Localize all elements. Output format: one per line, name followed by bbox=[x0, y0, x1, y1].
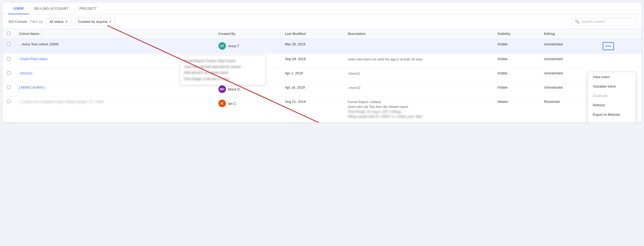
description-cell: Users who have not used the app in at le… bbox=[343, 54, 493, 68]
visibility-cell: Visible bbox=[493, 54, 540, 68]
actions-cell: ••• bbox=[598, 39, 641, 54]
last-modified-cell: Sep 29, 2019 bbox=[281, 54, 343, 68]
description-header: Description bbox=[343, 29, 493, 39]
editing-cell: Unrestricted bbox=[540, 54, 598, 68]
row-checkbox[interactable] bbox=[7, 42, 10, 46]
visibility-cell: Visible bbox=[493, 82, 540, 96]
status-filter-dropdown[interactable]: All status ▼ bbox=[46, 18, 71, 26]
main-container: USER BILLING ACCOUNT PROJECT 263 Cohorts… bbox=[3, 3, 641, 122]
visibility-header: Visibility bbox=[493, 29, 540, 39]
table-row: [ NEW CHURN ] MD Mack D Apr 16, 2019.chu… bbox=[3, 82, 641, 96]
description-popup: Funnel Report: Funnel. Step Funnel. User… bbox=[180, 55, 266, 85]
cohort-name-cell: [...] Users who completed step 2 (liming… bbox=[15, 96, 214, 122]
creator-cell: AT Anna T bbox=[214, 39, 281, 54]
tab-user[interactable]: USER bbox=[8, 3, 29, 14]
avatar: MD bbox=[218, 85, 226, 93]
created-by-header: Created By bbox=[214, 29, 281, 39]
table-header-row: Cohort Name ↕ Created By Last Modified D… bbox=[3, 29, 641, 39]
table-row: ...Anna Test cohort 10000 AT Anna T Mar … bbox=[3, 39, 641, 54]
editing-cell: Unrestricted bbox=[540, 39, 598, 54]
last-modified-cell: Apr 16, 2019 bbox=[281, 82, 343, 96]
select-all-checkbox[interactable] bbox=[7, 32, 10, 35]
context-menu-duplicate: Duplicate bbox=[588, 91, 636, 100]
tabs-bar: USER BILLING ACCOUNT PROJECT bbox=[3, 3, 641, 15]
visibility-cell: Visible bbox=[493, 68, 540, 82]
context-menu-refresh[interactable]: Refresh bbox=[588, 100, 636, 110]
tab-billing[interactable]: BILLING ACCOUNT bbox=[29, 3, 74, 14]
chevron-down-icon: ▼ bbox=[109, 20, 112, 23]
context-menu-export-marketo[interactable]: Export to Marketo bbox=[588, 110, 636, 119]
description-cell bbox=[343, 39, 493, 54]
creator-cell: IC Ian C bbox=[214, 96, 281, 122]
row-checkbox[interactable] bbox=[7, 71, 10, 75]
cohorts-table: Cohort Name ↕ Created By Last Modified D… bbox=[3, 29, 641, 122]
creator-name: Anna T bbox=[228, 44, 239, 48]
avatar: AT bbox=[218, 42, 226, 50]
chevron-down-icon: ▼ bbox=[65, 20, 68, 23]
description-cell: .churn10 bbox=[343, 82, 493, 96]
table-row: .churn11 MD Mack D Apr 1, 2019.churn11Vi… bbox=[3, 68, 641, 82]
select-all-header bbox=[3, 29, 15, 39]
creator-filter-dropdown[interactable]: Created by anyone ▼ bbox=[75, 18, 115, 26]
last-modified-header: Last Modified bbox=[281, 29, 343, 39]
row-checkbox[interactable] bbox=[7, 57, 10, 60]
cohort-name-cell: ...Anna Test cohort 10000 bbox=[15, 39, 214, 54]
context-menu-view-users[interactable]: View users bbox=[588, 72, 636, 82]
context-menu-export-facebook[interactable]: Export to Facebook ... bbox=[588, 119, 636, 122]
creator-name: Ian C bbox=[228, 102, 236, 106]
avatar: IC bbox=[218, 100, 226, 107]
actions-header bbox=[598, 29, 641, 39]
context-menu: View users Visualize trend Duplicate Ref… bbox=[588, 72, 636, 122]
cohort-count: 263 Cohorts bbox=[8, 20, 27, 24]
search-icon: 🔍 bbox=[575, 20, 579, 24]
description-cell: Funnel Report: Untitled.Users who did Te… bbox=[343, 96, 493, 122]
cohort-name-link[interactable]: .churn11 bbox=[19, 71, 33, 75]
row-checkbox[interactable] bbox=[7, 85, 10, 89]
last-modified-cell: Aug 21, 2019 bbox=[281, 96, 343, 122]
table-row: [...] Users who completed step 2 (liming… bbox=[3, 96, 641, 122]
cohort-name-link[interactable]: [ NEW CHURN ] bbox=[19, 85, 45, 89]
visibility-cell: Visible bbox=[493, 39, 540, 54]
row-checkbox[interactable] bbox=[7, 100, 10, 103]
search-input[interactable] bbox=[581, 20, 632, 24]
last-modified-cell: Apr 1, 2019 bbox=[281, 68, 343, 82]
editing-header: Editing bbox=[540, 29, 598, 39]
visibility-cell: Hidden bbox=[493, 96, 540, 122]
tab-project[interactable]: PROJECT bbox=[74, 3, 102, 14]
actions-cell bbox=[598, 54, 641, 68]
cohort-name-header[interactable]: Cohort Name ↕ bbox=[15, 29, 214, 39]
filter-label: Filter by bbox=[30, 20, 43, 24]
cohort-name-text: ...Anna Test cohort 10000 bbox=[19, 42, 59, 46]
toolbar: 263 Cohorts Filter by All status ▼ Creat… bbox=[3, 15, 641, 29]
cohort-name-link[interactable]: .Churn Risk Users bbox=[19, 57, 47, 61]
last-modified-cell: Mar 28, 2019 bbox=[281, 39, 343, 54]
description-cell: .churn11 bbox=[343, 68, 493, 82]
table-row: .Churn Risk Users DL Daniel L Sep 29, 20… bbox=[3, 54, 641, 68]
sort-icon: ↕ bbox=[41, 32, 42, 35]
creator-name: Mack D bbox=[228, 87, 240, 91]
more-button[interactable]: ••• bbox=[603, 42, 614, 50]
search-box: 🔍 bbox=[572, 18, 636, 26]
context-menu-visualize-trend[interactable]: Visualize trend bbox=[588, 82, 636, 91]
